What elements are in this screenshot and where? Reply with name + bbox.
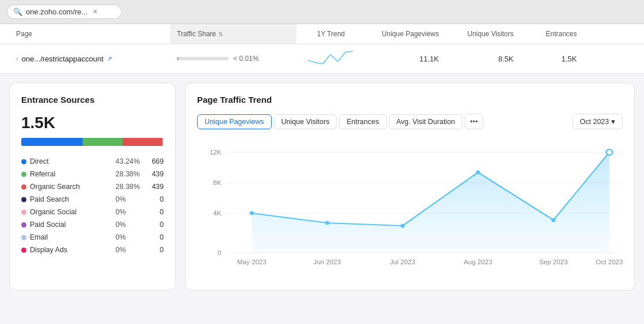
source-pct: 0% (115, 221, 144, 229)
url-text: one.zoho.com/re... (26, 7, 88, 16)
data-point-oct (606, 149, 612, 155)
sources-bar-visual (21, 138, 164, 146)
date-label: Oct 2023 (580, 118, 609, 126)
tab-entrances[interactable]: Entrances (339, 114, 386, 129)
data-point-may (250, 211, 254, 215)
sources-list: Direct 43.24% 669 Referral 28.38% 439 Or… (21, 155, 164, 256)
trend-panel-title: Page Traffic Trend (197, 95, 623, 105)
source-dot (21, 159, 26, 164)
source-name: Email (30, 233, 112, 241)
bar-direct (21, 138, 83, 146)
data-point-jun (325, 221, 329, 225)
source-pct: 0% (115, 246, 144, 254)
entrance-sources-panel: Entrance Sources 1.5K Direct 43.24% 669 … (9, 83, 176, 291)
chart-fill (252, 152, 609, 253)
sources-panel-title: Entrance Sources (21, 95, 164, 105)
page-name: one.../restrictappaccount (22, 55, 103, 63)
source-row: Display Ads 0% 0 (21, 244, 164, 256)
svg-text:0: 0 (218, 249, 221, 256)
svg-text:Oct 2023: Oct 2023 (596, 259, 623, 265)
bar-organic (122, 138, 162, 146)
source-name: Paid Search (30, 195, 112, 203)
source-row: Referral 28.38% 439 (21, 168, 164, 180)
traffic-bar-fill (177, 57, 179, 60)
bar-referral (83, 138, 122, 146)
source-row: Organic Social 0% 0 (21, 206, 164, 218)
close-icon[interactable]: ✕ (91, 8, 99, 16)
col-traffic-share[interactable]: Traffic Share ⇅ (170, 24, 296, 44)
cell-trend (296, 44, 365, 73)
source-name: Paid Social (30, 221, 112, 229)
source-count: 669 (148, 157, 164, 165)
tab-unique-visitors[interactable]: Unique Visitors (274, 114, 337, 129)
source-dot (21, 184, 26, 190)
source-pct: 43.24% (115, 157, 144, 165)
source-name: Organic Social (30, 208, 112, 216)
trend-panel: Page Traffic Trend Unique Pageviews Uniq… (185, 83, 635, 291)
source-pct: 0% (115, 195, 144, 203)
source-row: Email 0% 0 (21, 231, 164, 244)
cell-traffic: < 0.01% (170, 49, 296, 68)
source-name: Direct (30, 157, 112, 165)
source-count: 0 (148, 195, 164, 203)
source-pct: 0% (115, 233, 144, 241)
data-point-jul (400, 224, 404, 228)
traffic-bar (177, 57, 229, 60)
date-dropdown[interactable]: Oct 2023 ▾ (572, 114, 623, 129)
source-dot (21, 235, 26, 240)
col-unique-visitors: Unique Visitors (446, 24, 520, 44)
source-dot (21, 197, 26, 202)
source-dot (21, 222, 26, 227)
source-row: Paid Search 0% 0 (21, 193, 164, 206)
table-row[interactable]: › one.../restrictappaccount ↗ < 0.01% 11… (0, 44, 644, 74)
svg-text:Jul 2023: Jul 2023 (390, 259, 415, 265)
col-unique-pageviews: Unique Pageviews (365, 24, 446, 44)
trend-controls: Unique Pageviews Unique Visitors Entranc… (197, 114, 623, 129)
source-count: 439 (148, 183, 164, 191)
traffic-trend-chart: 12K 8K 4K 0 (197, 141, 623, 279)
svg-text:8K: 8K (213, 179, 222, 186)
search-icon: 🔍 (13, 7, 22, 16)
svg-text:May 2023: May 2023 (237, 259, 267, 265)
external-link-icon[interactable]: ↗ (107, 55, 112, 63)
source-row: Direct 43.24% 669 (21, 155, 164, 168)
data-point-sep (552, 218, 556, 222)
source-row: Organic Search 28.38% 439 (21, 180, 164, 193)
source-dot (21, 210, 26, 215)
source-count: 0 (148, 208, 164, 216)
svg-text:Aug 2023: Aug 2023 (464, 259, 492, 265)
chevron-down-icon: ▾ (611, 117, 615, 126)
chevron-down-icon: › (16, 55, 18, 62)
tab-avg-visit-duration[interactable]: Avg. Visit Duration (389, 114, 462, 129)
cell-entrances: 1.5K (520, 49, 584, 69)
source-count: 0 (148, 221, 164, 229)
sort-icon: ⇅ (218, 31, 223, 37)
svg-text:Jun 2023: Jun 2023 (314, 259, 341, 265)
main-content: Entrance Sources 1.5K Direct 43.24% 669 … (0, 74, 644, 300)
url-bar[interactable]: 🔍 one.zoho.com/re... ✕ (7, 5, 122, 19)
cell-unique-visitors: 8.5K (446, 49, 520, 69)
cell-unique-pageviews: 11.1K (365, 49, 446, 69)
col-trend: 1Y Trend (296, 24, 365, 44)
tab-unique-pageviews[interactable]: Unique Pageviews (197, 114, 272, 129)
source-count: 0 (148, 233, 164, 241)
data-point-aug (476, 171, 480, 175)
source-count: 439 (148, 170, 164, 178)
source-pct: 28.38% (115, 183, 144, 191)
svg-text:4K: 4K (213, 210, 222, 217)
source-pct: 0% (115, 208, 144, 216)
sources-total: 1.5K (21, 114, 164, 132)
source-count: 0 (148, 246, 164, 254)
source-dot (21, 248, 26, 253)
source-dot (21, 172, 26, 177)
traffic-pct-value: < 0.01% (233, 55, 259, 63)
browser-bar: 🔍 one.zoho.com/re... ✕ (0, 0, 644, 24)
source-name: Referral (30, 170, 112, 178)
col-page: Page (9, 24, 170, 44)
svg-text:12K: 12K (210, 149, 222, 156)
col-entrances: Entrances (520, 24, 584, 44)
table-header: Page Traffic Share ⇅ 1Y Trend Unique Pag… (0, 24, 644, 44)
source-pct: 28.38% (115, 170, 144, 178)
cell-page: › one.../restrictappaccount ↗ (9, 49, 170, 69)
tab-more-button[interactable]: ••• (465, 114, 483, 129)
